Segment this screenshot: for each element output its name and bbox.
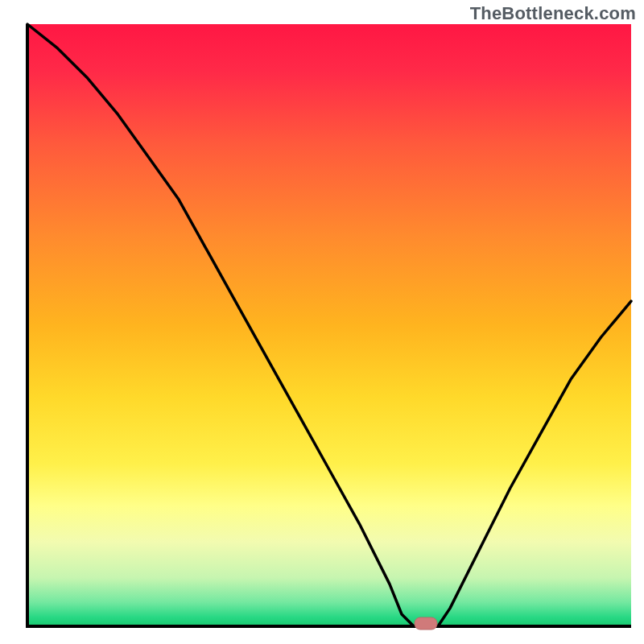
marker-point — [415, 617, 437, 630]
watermark-text: TheBottleneck.com — [470, 3, 636, 24]
bottleneck-chart: TheBottleneck.com — [0, 0, 644, 644]
chart-svg — [0, 0, 644, 644]
